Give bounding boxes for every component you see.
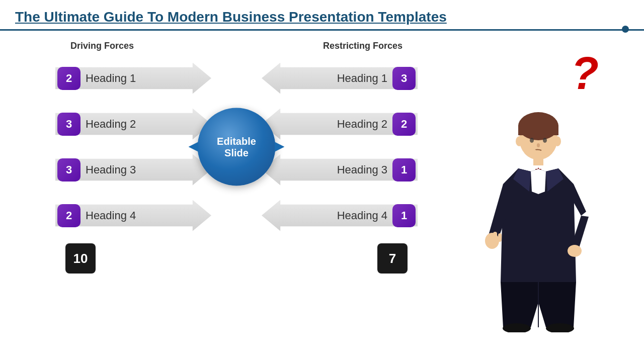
- left-badge-3: 3: [57, 158, 80, 182]
- list-item: Heading 1 3: [262, 59, 418, 98]
- main-content: Driving Forces Restricting Forces 2 Head…: [0, 31, 644, 357]
- svg-point-7: [554, 136, 561, 146]
- labels-row: Driving Forces Restricting Forces: [60, 41, 413, 51]
- svg-point-5: [537, 143, 540, 147]
- question-mark-icon: ?: [571, 51, 599, 96]
- left-heading-4: Heading 4: [86, 209, 136, 222]
- list-item: Heading 3 1: [262, 151, 418, 189]
- svg-point-8: [525, 148, 537, 156]
- svg-point-6: [516, 136, 523, 146]
- header: The Ultimate Guide To Modern Business Pr…: [0, 0, 644, 31]
- diagram-area: Driving Forces Restricting Forces 2 Head…: [15, 41, 458, 347]
- right-heading-2: Heading 2: [337, 118, 387, 131]
- svg-point-4: [543, 138, 547, 143]
- right-heading-1: Heading 1: [337, 72, 387, 85]
- right-badge-4: 1: [392, 204, 416, 227]
- svg-point-17: [568, 245, 582, 257]
- svg-rect-15: [493, 232, 497, 242]
- right-heading-4: Heading 4: [337, 209, 387, 222]
- left-badge-4: 2: [57, 204, 80, 227]
- right-badge-1: 3: [392, 67, 416, 90]
- right-total-badge: 7: [377, 243, 408, 274]
- left-heading-3: Heading 3: [86, 163, 136, 176]
- left-total-badge: 10: [65, 243, 96, 274]
- list-item: 2 Heading 4: [55, 197, 211, 235]
- restricting-forces-label: Restricting Forces: [323, 41, 403, 51]
- right-badge-3: 1: [392, 158, 416, 182]
- left-badge-1: 2: [57, 67, 80, 90]
- person-area: ?: [458, 41, 629, 347]
- list-item: 3 Heading 2: [55, 105, 211, 143]
- center-label: EditableSlide: [217, 135, 256, 158]
- svg-point-3: [530, 138, 534, 143]
- list-item: Heading 2 2: [262, 105, 418, 143]
- left-badge-2: 3: [57, 113, 80, 136]
- left-heading-2: Heading 2: [86, 118, 136, 131]
- right-arrows-group: Heading 1 3 Heading 2 2 Heading 3 1: [262, 56, 418, 237]
- list-item: Heading 4 1: [262, 197, 418, 235]
- list-item: 2 Heading 1: [55, 59, 211, 98]
- right-heading-3: Heading 3: [337, 163, 387, 176]
- driving-forces-label: Driving Forces: [70, 41, 134, 51]
- svg-rect-2: [518, 125, 558, 135]
- left-arrows-group: 2 Heading 1 3 Heading 2 3 Heading 3: [55, 56, 211, 237]
- totals-row: 10 7: [55, 243, 418, 274]
- svg-rect-16: [498, 233, 502, 242]
- list-item: 3 Heading 3: [55, 151, 211, 189]
- left-heading-1: Heading 1: [86, 72, 136, 85]
- person-illustration: [473, 91, 624, 352]
- svg-rect-14: [488, 233, 492, 242]
- right-badge-2: 2: [392, 113, 416, 136]
- header-dot: [622, 26, 629, 33]
- center-circle: EditableSlide: [198, 108, 276, 186]
- force-diagram: 2 Heading 1 3 Heading 2 3 Heading 3: [55, 56, 418, 237]
- page-title: The Ultimate Guide To Modern Business Pr…: [15, 9, 447, 25]
